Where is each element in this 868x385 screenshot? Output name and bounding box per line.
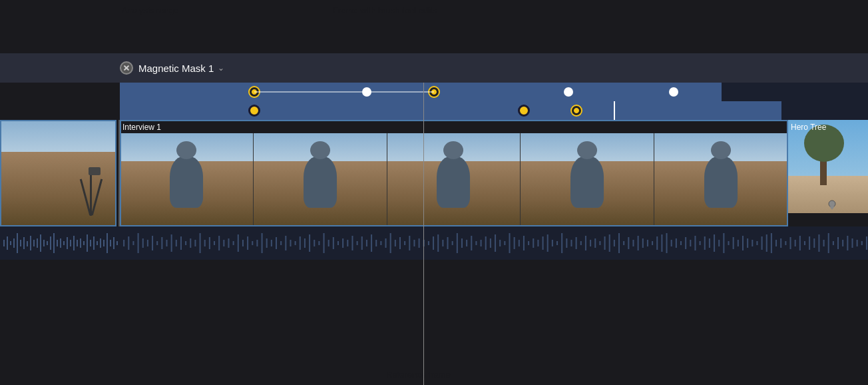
keyframe-dot[interactable] <box>669 87 678 97</box>
svg-rect-17 <box>43 240 45 246</box>
svg-rect-6 <box>7 236 8 250</box>
svg-marker-4 <box>829 206 835 210</box>
svg-rect-24 <box>67 237 68 249</box>
svg-rect-104 <box>428 241 429 245</box>
reference-frame-label: Reference frame <box>386 370 451 380</box>
svg-rect-13 <box>30 236 31 250</box>
svg-rect-101 <box>413 240 415 246</box>
waveform-area <box>120 226 868 260</box>
playhead-marker <box>827 200 837 213</box>
svg-rect-12 <box>27 241 28 246</box>
svg-rect-180 <box>789 237 791 249</box>
keyframe-dot-large[interactable] <box>248 105 260 117</box>
svg-rect-59 <box>214 241 215 245</box>
svg-rect-64 <box>238 234 239 252</box>
clip-main-label: Interview 1 <box>122 123 161 132</box>
svg-rect-123 <box>519 240 520 246</box>
svg-rect-185 <box>813 238 815 248</box>
svg-rect-25 <box>70 240 71 246</box>
clip-left <box>0 120 116 226</box>
thumb-frame <box>521 133 654 226</box>
person-silhouette <box>570 157 604 208</box>
svg-rect-196 <box>866 236 867 250</box>
svg-rect-138 <box>590 240 591 246</box>
svg-rect-89 <box>357 241 358 245</box>
svg-rect-53 <box>185 241 186 245</box>
svg-rect-182 <box>799 236 801 250</box>
svg-rect-176 <box>771 233 772 253</box>
person-silhouette <box>437 157 471 208</box>
svg-rect-135 <box>576 237 577 249</box>
waveform-left <box>0 226 120 260</box>
svg-rect-188 <box>828 233 829 253</box>
svg-rect-195 <box>861 241 863 245</box>
keyframe-dot[interactable] <box>572 106 581 115</box>
keyframe-dot-large[interactable] <box>518 105 530 117</box>
svg-rect-161 <box>700 241 701 245</box>
svg-rect-90 <box>361 236 363 250</box>
svg-rect-174 <box>761 236 763 250</box>
svg-rect-133 <box>566 238 567 248</box>
svg-rect-32 <box>93 236 95 250</box>
svg-rect-110 <box>457 233 458 253</box>
svg-rect-69 <box>262 233 263 253</box>
svg-rect-42 <box>132 241 134 245</box>
clip-right[interactable]: Hero Tree <box>788 120 868 226</box>
person-silhouette <box>304 157 337 208</box>
svg-rect-179 <box>785 241 786 245</box>
svg-rect-84 <box>333 237 334 249</box>
svg-rect-71 <box>271 240 272 246</box>
svg-rect-191 <box>842 240 843 246</box>
svg-rect-151 <box>652 241 653 245</box>
svg-rect-63 <box>233 241 234 245</box>
svg-rect-48 <box>161 237 162 249</box>
svg-rect-40 <box>123 240 124 246</box>
svg-rect-44 <box>142 238 144 248</box>
svg-rect-106 <box>437 234 439 252</box>
svg-rect-10 <box>20 240 21 246</box>
svg-rect-73 <box>280 241 282 245</box>
svg-rect-112 <box>466 240 467 246</box>
svg-rect-109 <box>452 241 453 245</box>
svg-rect-105 <box>433 236 434 250</box>
svg-rect-158 <box>685 237 686 249</box>
svg-point-3 <box>829 200 835 207</box>
svg-rect-189 <box>833 241 834 245</box>
white-cursor-line <box>614 101 615 120</box>
svg-rect-144 <box>618 233 620 253</box>
waveform-svg-main <box>120 226 868 260</box>
svg-rect-58 <box>209 237 210 249</box>
svg-rect-159 <box>690 240 691 246</box>
svg-rect-15 <box>37 238 38 248</box>
clip-main[interactable]: Interview 1 <box>120 120 788 226</box>
waveform-svg-left <box>0 226 120 260</box>
svg-rect-111 <box>461 238 463 248</box>
annotation-area: Analysis range Frame with brush tool edi… <box>0 0 868 60</box>
keyframe-row-2 <box>120 101 868 120</box>
keyframe-dot[interactable] <box>564 87 573 97</box>
svg-rect-154 <box>666 233 668 253</box>
svg-rect-162 <box>704 236 706 250</box>
svg-rect-70 <box>266 238 268 248</box>
svg-rect-30 <box>87 234 88 252</box>
svg-rect-55 <box>194 240 196 246</box>
svg-rect-83 <box>328 240 329 246</box>
mask-title: Magnetic Mask 1 <box>138 63 214 74</box>
svg-rect-190 <box>837 237 839 249</box>
svg-rect-18 <box>47 241 48 245</box>
right-clip-bg <box>788 120 868 213</box>
keyframe-row-1 <box>120 83 868 101</box>
svg-rect-96 <box>390 233 391 253</box>
svg-rect-145 <box>623 241 624 245</box>
svg-rect-85 <box>337 241 339 245</box>
svg-rect-34 <box>100 238 101 248</box>
mask-close-button[interactable] <box>120 61 133 75</box>
svg-rect-155 <box>671 240 672 246</box>
svg-rect-117 <box>490 238 491 248</box>
svg-rect-121 <box>509 233 510 253</box>
svg-rect-102 <box>419 238 420 248</box>
svg-rect-156 <box>676 238 677 248</box>
mask-chevron-icon[interactable]: ⌄ <box>218 63 224 73</box>
svg-rect-115 <box>481 240 482 246</box>
svg-rect-153 <box>661 234 662 252</box>
